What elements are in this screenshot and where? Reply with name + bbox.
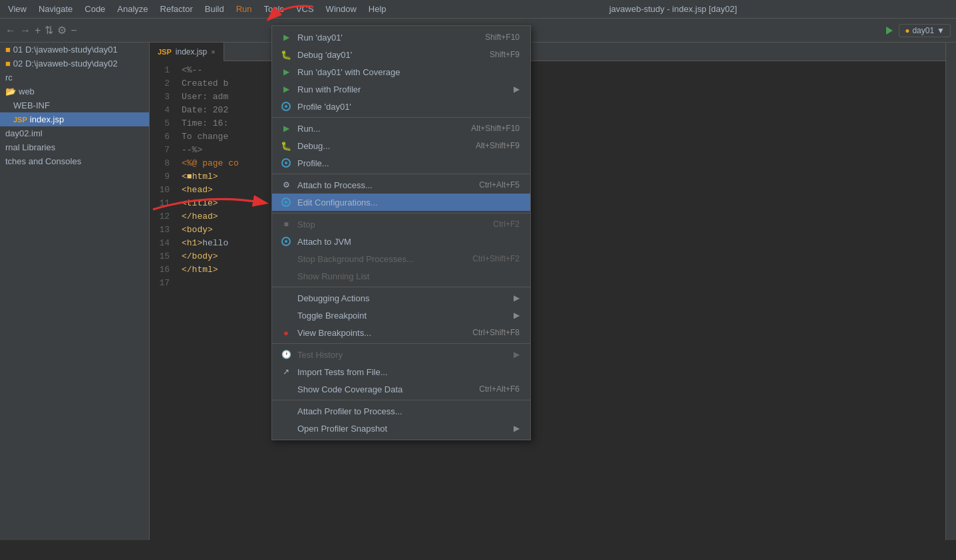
run-menu-item-profile-dots[interactable]: Profile... [272,154,530,172]
run-menu-item-show-coverage[interactable]: Show Code Coverage Data Ctrl+Alt+F6 [272,380,530,398]
sidebar-item-scratches[interactable]: tches and Consoles [0,154,149,168]
code-line-6: 6 To change [150,130,239,144]
run-dots-icon: ▶ [280,122,292,134]
run-menu-item-debug-dots[interactable]: 🐛 Debug... Alt+Shift+F9 [272,137,530,154]
profile-dots-label: Profile... [297,158,329,168]
attach-process-shortcut: Ctrl+Alt+F5 [479,180,520,190]
stop-shortcut: Ctrl+F2 [493,219,520,229]
run-menu-item-run-profiler[interactable]: ▶ Run with Profiler ▶ [272,80,530,98]
view-bp-label: View Breakpoints... [297,328,371,338]
profile-circle-icon [280,100,292,112]
sidebar-item-day02iml[interactable]: day02.iml [0,126,149,140]
run-menu-item-view-bp[interactable]: ● View Breakpoints... Ctrl+Shift+F8 [272,324,530,341]
edit-configs-label: Edit Configurations... [297,198,378,208]
run-menu-item-debug-day01[interactable]: 🐛 Debug 'day01' Shift+F9 [272,46,530,63]
sidebar-item-rc[interactable]: rc [0,70,149,84]
open-profiler-label: Open Profiler Snapshot [297,424,387,434]
debug-dots-label: Debug... [297,141,330,151]
attach-process-icon: ⚙ [280,179,292,191]
nav-back-icon[interactable]: ← [5,25,16,37]
folder-icon: ■ [5,45,11,55]
attach-jvm-label: Attach to JVM [297,237,351,247]
run-menu-item-debug-actions[interactable]: Debugging Actions ▶ [272,289,530,307]
toggle-bp-label: Toggle Breakpoint [297,311,367,321]
svg-point-2 [285,105,287,108]
run-green-arrow-icon[interactable] [884,25,895,36]
code-line-5: 5 Time: 16: [150,117,239,130]
sync-icon[interactable]: ⇅ [45,24,53,37]
run-menu-item-edit-configs[interactable]: Edit Configurations... [272,194,530,211]
tab-indexjsp[interactable]: JSP index.jsp × [150,43,224,61]
menu-vcs[interactable]: VCS [291,3,319,15]
open-profiler-arrow-icon: ▶ [514,424,520,433]
menu-tools[interactable]: Tools [259,3,289,15]
tab-jsp-icon: JSP [158,48,172,56]
run-menu-item-attach-process[interactable]: ⚙ Attach to Process... Ctrl+Alt+F5 [272,176,530,194]
run-menu-item-open-profiler[interactable]: Open Profiler Snapshot ▶ [272,420,530,437]
run-config-dropdown-icon: ▼ [937,26,945,35]
profile-day01-label: Profile 'day01' [297,102,351,112]
menu-refactor[interactable]: Refactor [155,3,198,15]
sidebar-item-webinf[interactable]: WEB-INF [0,98,149,112]
menu-analyze[interactable]: Analyze [112,3,153,15]
menu-code[interactable]: Code [79,3,110,15]
view-bp-shortcut: Ctrl+Shift+F8 [472,328,520,337]
separator-1 [272,117,530,118]
minimize-icon[interactable]: − [71,25,77,37]
show-coverage-icon [280,383,292,395]
sidebar-item-web[interactable]: 📂 web [0,84,149,98]
run-dots-shortcut: Alt+Shift+F10 [471,124,520,133]
run-menu-item-import-tests[interactable]: ↗ Import Tests from File... [272,363,530,380]
svg-point-8 [285,240,287,243]
run-menu-item-toggle-bp[interactable]: Toggle Breakpoint ▶ [272,307,530,324]
run-menu-item-run-dots[interactable]: ▶ Run... Alt+Shift+F10 [272,120,530,137]
run-menu-item-attach-jvm[interactable]: Attach to JVM [272,233,530,250]
profile-dots-icon [280,157,292,169]
run-play-icon: ▶ [280,31,292,43]
menu-help[interactable]: Help [363,3,392,15]
add-icon[interactable]: + [35,25,41,37]
toggle-bp-arrow-icon: ▶ [514,311,520,320]
run-menu-item-attach-profiler[interactable]: Attach Profiler to Process... [272,402,530,420]
attach-process-label: Attach to Process... [297,180,373,190]
sidebar-item-indexjsp[interactable]: JSP index.jsp [0,112,149,126]
menu-bar: View Navigate Code Analyze Refactor Buil… [0,0,956,19]
open-profiler-icon [280,422,292,434]
sidebar: ■ 01 D:\javaweb-study\day01 ■ 02 D:\java… [0,43,150,540]
svg-marker-0 [886,27,893,35]
separator-4 [272,287,530,287]
tab-bar: JSP index.jsp × [150,43,945,61]
show-running-icon [280,270,292,282]
sidebar-item-day01[interactable]: ■ 01 D:\javaweb-study\day01 [0,43,149,57]
menu-view[interactable]: View [3,3,32,15]
code-line-10: 10 <head> [150,184,239,197]
run-menu-item-run-day01[interactable]: ▶ Run 'day01' Shift+F10 [272,29,530,46]
menu-build[interactable]: Build [200,3,230,15]
run-profiler-label: Run with Profiler [297,84,361,94]
run-menu-item-test-history: 🕐 Test History ▶ [272,346,530,363]
menu-navigate[interactable]: Navigate [33,3,78,15]
web-folder-icon: 📂 [5,86,16,96]
show-coverage-shortcut: Ctrl+Alt+F6 [479,384,520,394]
run-menu-item-profile-day01[interactable]: Profile 'day01' [272,98,530,115]
tab-close-button[interactable]: × [211,48,215,56]
window-title: javaweb-study - index.jsp [day02] [609,4,737,14]
tab-label: index.jsp [176,47,207,57]
menu-window[interactable]: Window [321,3,362,15]
separator-2 [272,174,530,174]
stop-bg-icon [280,253,292,265]
sidebar-item-day02[interactable]: ■ 02 D:\javaweb-study\day02 [0,57,149,70]
import-tests-label: Import Tests from File... [297,367,388,377]
toggle-bp-icon [280,309,292,321]
test-history-arrow-icon: ▶ [514,350,520,359]
nav-forward-icon[interactable]: → [20,25,31,37]
run-config-label: day01 [912,26,934,35]
sidebar-item-libraries[interactable]: rnal Libraries [0,140,149,154]
menu-run[interactable]: Run [231,3,257,15]
code-line-15: 15 </body> [150,250,239,263]
attach-profiler-icon [280,405,292,417]
settings-icon[interactable]: ⚙ [57,24,67,37]
run-menu-item-run-coverage[interactable]: ▶ Run 'day01' with Coverage [272,63,530,80]
test-history-label: Test History [297,350,343,360]
run-config-button[interactable]: ● day01 ▼ [899,24,951,37]
